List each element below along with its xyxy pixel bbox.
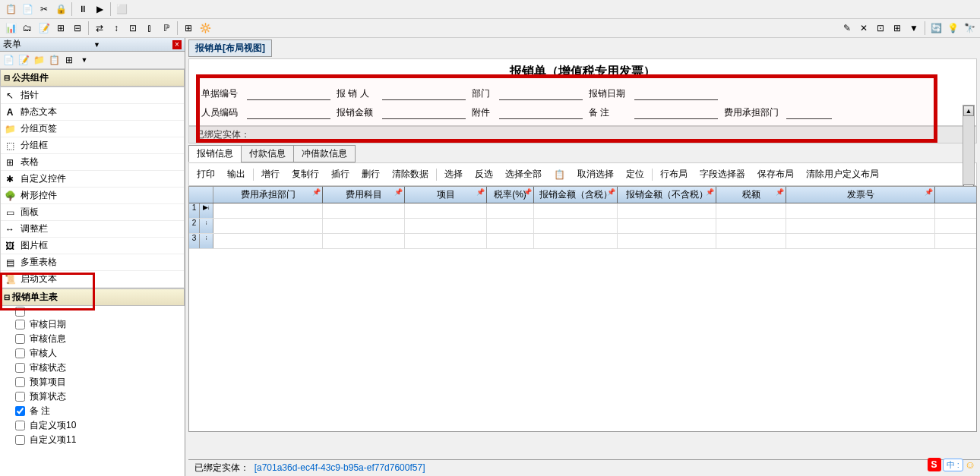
pin-icon[interactable]: 📌 — [523, 188, 532, 196]
pin-icon[interactable]: 📌 — [394, 188, 403, 196]
checkbox[interactable] — [15, 421, 25, 430]
tb-icon[interactable]: ⊡ — [873, 20, 888, 36]
tb-icon[interactable]: ⬜ — [114, 2, 129, 17]
chevron-down-icon[interactable]: ▼ — [93, 41, 100, 49]
checkbox[interactable] — [15, 363, 25, 373]
pin-icon[interactable]: 📌 — [776, 188, 784, 196]
ime-lang-badge[interactable]: 中 : — [943, 459, 963, 471]
col-invoice[interactable]: 发票号📌 — [786, 187, 935, 203]
comp-static-text[interactable]: A静态文本 — [1, 104, 184, 121]
section-public-components[interactable]: 公共组件 — [0, 69, 185, 87]
row-marker-icon[interactable]: ᵢ — [200, 219, 213, 233]
comp-panel[interactable]: ▭面板 — [1, 204, 184, 221]
grid-icon[interactable]: ⊞ — [62, 53, 76, 67]
scrollbar-v[interactable]: ▲ ▼ — [963, 105, 975, 196]
checkbox[interactable] — [15, 307, 25, 317]
col-subject[interactable]: 费用科目📌 — [323, 187, 405, 203]
tb-icon[interactable]: 📝 — [36, 20, 52, 36]
checkbox[interactable] — [15, 392, 25, 402]
tb-icon[interactable]: 🔒 — [53, 2, 68, 17]
pin-icon[interactable]: 📌 — [706, 188, 714, 196]
tb-icon[interactable]: ✕ — [856, 20, 871, 36]
checkbox[interactable] — [15, 435, 25, 445]
table-row[interactable]: 3 ᵢ — [189, 234, 976, 249]
subtab-expense-info[interactable]: 报销信息 — [188, 145, 242, 162]
gt-fieldselector[interactable]: 字段选择器 — [695, 166, 750, 182]
comp-image[interactable]: 🖼图片框 — [1, 238, 184, 254]
col-dept[interactable]: 费用承担部门📌 — [213, 187, 323, 203]
col-amount-excl[interactable]: 报销金额（不含税）📌 — [618, 187, 716, 203]
gt-clearlayout[interactable]: 清除用户定义布局 — [801, 166, 884, 182]
tb-icon[interactable]: ⊟ — [70, 20, 85, 36]
gt-savelayout[interactable]: 保存布局 — [753, 166, 798, 182]
col-amount-incl[interactable]: 报销金额（含税）📌 — [534, 187, 618, 203]
tb-icon[interactable]: ⫿ — [142, 20, 157, 36]
comp-tree[interactable]: 🌳树形控件 — [1, 188, 184, 204]
gt-deselect[interactable]: 取消选择 — [573, 166, 618, 182]
section-main-table[interactable]: 报销单主表 — [0, 288, 185, 306]
list-item[interactable]: 备 注 — [0, 404, 185, 418]
pin-icon[interactable]: 📌 — [925, 188, 933, 196]
list-item[interactable]: 预算项目 — [0, 375, 185, 389]
tab-layout-view[interactable]: 报销单[布局视图] — [188, 39, 272, 57]
pin-icon[interactable]: 📌 — [312, 188, 321, 196]
table-row[interactable]: 2 ᵢ — [189, 219, 976, 234]
tb-icon[interactable]: ⊞ — [53, 20, 68, 36]
gt-selectall[interactable]: 选择全部 — [501, 166, 546, 182]
tb-icon[interactable]: ▼ — [906, 20, 922, 36]
subtab-offset-info[interactable]: 冲借款信息 — [293, 145, 356, 162]
comp-script[interactable]: 📜启动文本 — [1, 271, 184, 288]
chevron-down-icon[interactable]: ▼ — [77, 53, 91, 67]
tb-lightbulb-icon[interactable]: 💡 — [945, 20, 960, 36]
field-input[interactable] — [634, 88, 718, 100]
gt-copyrow[interactable]: 复制行 — [287, 166, 324, 182]
tb-icon[interactable]: 📊 — [3, 20, 18, 36]
col-taxrate[interactable]: 税率(%)📌 — [487, 187, 534, 203]
new-icon[interactable]: 📄 — [2, 53, 15, 67]
gt-insertrow[interactable]: 插行 — [327, 166, 354, 182]
tb-icon[interactable]: ℙ — [159, 20, 174, 36]
checkbox[interactable] — [15, 377, 25, 387]
tb-icon[interactable]: 🗂 — [20, 20, 35, 36]
checkbox[interactable] — [15, 334, 25, 344]
paste-icon[interactable]: 📋 — [47, 53, 61, 67]
tb-binoculars-icon[interactable]: 🔭 — [962, 20, 977, 36]
checkbox[interactable] — [15, 348, 25, 358]
list-item[interactable]: 审核信息 — [0, 332, 185, 346]
list-item[interactable]: 预算状态 — [0, 389, 185, 404]
comp-table[interactable]: ⊞表格 — [1, 154, 184, 171]
list-item[interactable]: 自定义项10 — [0, 418, 185, 433]
gt-clipboard-icon[interactable]: 📋 — [549, 168, 570, 181]
comp-group-box[interactable]: ⬚分组框 — [1, 137, 184, 154]
pin-icon[interactable]: 📌 — [607, 188, 615, 196]
field-input[interactable] — [382, 88, 466, 100]
comp-group-tab[interactable]: 📁分组页签 — [1, 121, 184, 137]
tb-icon[interactable]: ✎ — [839, 20, 855, 36]
list-item[interactable]: 自定义项11 — [0, 433, 185, 447]
tb-icon[interactable]: 🔆 — [198, 20, 213, 36]
gt-print[interactable]: 打印 — [192, 166, 220, 182]
tb-icon[interactable]: ⊞ — [890, 20, 905, 36]
field-input[interactable] — [499, 88, 583, 100]
smile-icon[interactable]: ☺ — [965, 459, 975, 471]
ime-indicator[interactable]: S 中 : ☺ — [928, 458, 975, 471]
tb-icon[interactable]: 📋 — [3, 2, 18, 17]
row-marker-icon[interactable]: ▶ᵢ — [200, 203, 213, 218]
tb-icon[interactable]: 🔄 — [928, 20, 944, 36]
tb-icon[interactable]: ⊞ — [181, 20, 196, 36]
list-item[interactable]: 审核日期 — [0, 317, 185, 332]
field-input[interactable] — [786, 107, 832, 119]
pin-icon[interactable]: 📌 — [476, 188, 485, 196]
field-input[interactable] — [634, 107, 718, 119]
comp-multigrid[interactable]: ▤多重表格 — [1, 254, 184, 271]
row-marker-icon[interactable]: ᵢ — [200, 234, 213, 248]
gt-rowlayout[interactable]: 行布局 — [656, 166, 692, 182]
gt-invert[interactable]: 反选 — [470, 166, 498, 182]
field-input[interactable] — [499, 107, 583, 119]
tb-icon[interactable]: ✂ — [36, 2, 52, 17]
edit-icon[interactable]: 📝 — [17, 53, 30, 67]
field-input[interactable] — [247, 88, 330, 100]
col-tax[interactable]: 税额📌 — [716, 187, 786, 203]
field-input[interactable] — [382, 107, 466, 119]
gt-addrow[interactable]: 增行 — [257, 166, 284, 182]
